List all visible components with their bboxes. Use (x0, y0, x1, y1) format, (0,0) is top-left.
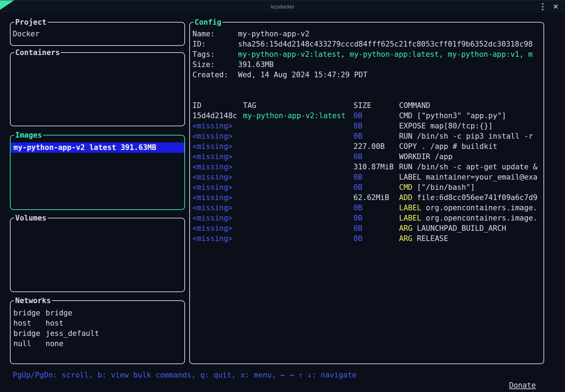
image-list-item-selected[interactable]: my-python-app-v2 latest 391.63MB (11, 143, 184, 153)
layer-row[interactable]: <missing>0BEXPOSE map[80/tcp:{}] (192, 121, 543, 131)
config-field: Size:391.63MB (192, 60, 543, 70)
containers-panel[interactable]: Containers (10, 52, 185, 126)
network-row[interactable]: hosthost (13, 318, 182, 328)
layer-row[interactable]: <missing>0BLABEL org.opencontainers.imag… (192, 213, 543, 223)
close-icon[interactable]: ✕ (553, 3, 559, 10)
layers-table: 15d4d2148cmy-python-app-v2:latest0BCMD [… (192, 111, 543, 244)
project-panel[interactable]: Project Docker (10, 22, 185, 46)
config-panel[interactable]: Config Name:my-python-app-v2ID:sha256:15… (189, 22, 544, 364)
layer-row[interactable]: <missing>0BARG LAUNCHPAD_BUILD_ARCH (192, 223, 543, 234)
status-hints: PgUp/PgDn: scroll, b: view bulk commands… (13, 370, 357, 380)
donate-link[interactable]: Donate (509, 381, 536, 390)
layer-row[interactable]: <missing>0BRUN /bin/sh -c pip3 install -… (192, 131, 543, 141)
images-panel[interactable]: Images my-python-app-v2 latest 391.63MB (10, 135, 185, 210)
layer-row[interactable]: <missing>310.87MiBRUN /bin/sh -c apt-get… (192, 162, 543, 172)
status-bar: PgUp/PgDn: scroll, b: view bulk commands… (13, 370, 540, 380)
config-fields: Name:my-python-app-v2ID:sha256:15d4d2148… (192, 29, 543, 80)
networks-panel-title: Networks (14, 296, 52, 306)
images-panel-title: Images (14, 130, 43, 140)
config-panel-title: Config (194, 17, 222, 28)
project-name[interactable]: Docker (13, 29, 182, 39)
volumes-panel[interactable]: Volumes (10, 218, 185, 292)
layer-row[interactable]: <missing>0BLABEL org.opencontainers.imag… (192, 203, 543, 213)
config-field: Tags:my-python-app-v2:latest, my-python-… (192, 49, 543, 60)
containers-panel-title: Containers (14, 48, 61, 58)
layer-row[interactable]: <missing>0BLABEL maintainer=your_email@e… (192, 172, 543, 182)
layer-row[interactable]: <missing>227.00BCOPY . /app # buildkit (192, 141, 543, 152)
layers-table-header: IDTAGSIZECOMMAND (192, 101, 543, 111)
config-field: ID:sha256:15d4d2148c433279cccd84fff625c2… (192, 39, 543, 49)
layer-row[interactable]: <missing>62.62MiBADD file:6d8cc056ee741f… (192, 193, 543, 203)
menu-dots-icon[interactable] (541, 2, 545, 12)
titlebar: lazydocker ✕ (0, 0, 565, 13)
network-row[interactable]: bridgejess_default (13, 328, 182, 339)
layer-row[interactable]: <missing>0BCMD ["/bin/bash"] (192, 182, 543, 193)
layer-row[interactable]: <missing>0BWORKDIR /app (192, 152, 543, 162)
window-title: lazydocker (0, 0, 565, 13)
network-row[interactable]: bridgebridge (13, 308, 182, 318)
networks-panel[interactable]: Networks bridgebridgehosthostbridgejess_… (10, 300, 185, 364)
config-field: Created:Wed, 14 Aug 2024 15:47:29 PDT (192, 70, 543, 80)
volumes-panel-title: Volumes (14, 213, 48, 223)
project-panel-title: Project (14, 17, 48, 28)
config-field: Name:my-python-app-v2 (192, 29, 543, 39)
layer-row[interactable]: <missing>0BARG RELEASE (192, 234, 543, 244)
network-row[interactable]: nullnone (13, 339, 182, 349)
layer-row[interactable]: 15d4d2148cmy-python-app-v2:latest0BCMD [… (192, 111, 543, 121)
